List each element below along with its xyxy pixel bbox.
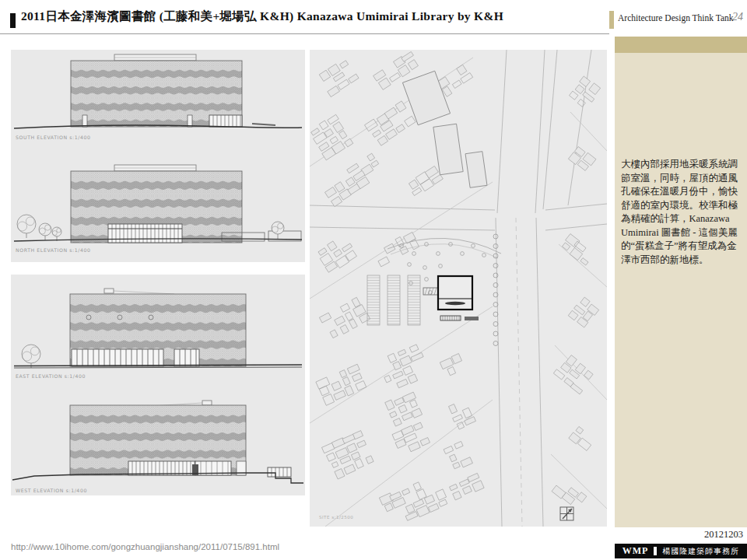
elevation-label: EAST ELEVATION s:1/400 [16,373,86,379]
east-west-elevations-panel: EAST ELEVATION s:1/400WEST ELEVATION s:1… [11,275,305,495]
sidebar: 大樓內部採用地采暖系統調節室溫，同時，屋頂的通風孔確保在溫暖月份中，愉快舒適的室… [615,37,747,527]
elevation-drawing-east-west: EAST ELEVATION s:1/400WEST ELEVATION s:1… [11,275,305,495]
brand-label: Architecture Design Think Tank [618,13,734,23]
header-divider [0,33,609,34]
map-scale-label: SITE s:1/2500 [319,515,353,520]
site-map-panel: SITE s:1/2500 [310,50,607,527]
page-number: 24 [732,11,743,23]
credit-bar: WMP 楊國隆建築師事務所 [615,544,747,558]
elevation-drawing-south-north: SOUTH ELEVATION s:1/400NORTH ELEVATION s… [11,50,305,262]
elevation-label: SOUTH ELEVATION s:1/400 [16,135,91,140]
title-accent-bar [10,13,16,28]
page-title: 2011日本金澤海濱圖書館 (工藤和美+堀場弘 K&H) Kanazawa Um… [21,9,605,25]
elevation-label: NORTH ELEVATION s:1/400 [16,247,91,253]
description-paragraph: 大樓內部採用地采暖系統調節室溫，同時，屋頂的通風孔確保在溫暖月份中，愉快舒適的室… [621,158,741,267]
brand-accent-bar [609,11,614,29]
credit-firm-name: 楊國隆建築師事務所 [662,546,739,557]
credit-separator [654,547,657,555]
source-url-link[interactable]: http://www.10ihome.com/gongzhuangjiansha… [11,542,279,551]
credit-wmp: WMP [622,545,649,557]
site-map-drawing: SITE s:1/2500 [310,50,607,527]
sidebar-accent-band [615,37,747,53]
south-north-elevations-panel: SOUTH ELEVATION s:1/400NORTH ELEVATION s… [11,50,305,262]
date-label: 20121203 [704,529,743,541]
elevation-label: WEST ELEVATION s:1/400 [16,488,87,493]
